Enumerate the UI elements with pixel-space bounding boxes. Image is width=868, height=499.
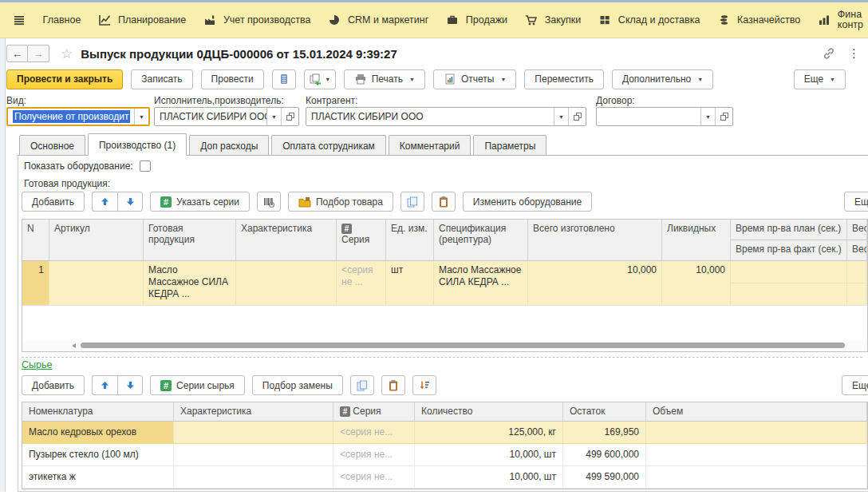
col-header-series[interactable]: # Серия <box>337 220 386 261</box>
save-button[interactable]: Записать <box>131 69 192 89</box>
document-register-button[interactable] <box>272 69 296 89</box>
col-header-qty[interactable]: Количество <box>415 402 563 422</box>
row-cell-characteristic[interactable] <box>174 444 333 466</box>
row-cell-name[interactable]: этикетка ж <box>22 466 174 489</box>
col-header-unit[interactable]: Ед. изм. <box>386 220 434 261</box>
row-cell-characteristic[interactable] <box>174 422 333 444</box>
back-button[interactable]: ← <box>6 45 28 62</box>
paste-rows-button[interactable] <box>432 192 456 212</box>
col-header-n[interactable]: N <box>22 220 49 261</box>
row-cell-time-plan[interactable] <box>731 261 847 283</box>
open-icon[interactable] <box>715 108 732 125</box>
scroll-left-arrow-icon[interactable] <box>72 343 76 348</box>
row-cell-volume[interactable] <box>646 422 867 444</box>
copy-rows-button[interactable] <box>350 375 374 395</box>
change-equipment-button[interactable]: Изменить оборудование <box>463 192 592 212</box>
h-scrollbar-thumb[interactable] <box>81 343 845 348</box>
post-and-close-button[interactable]: Провести и закрыть <box>6 69 123 89</box>
row-cell-product[interactable]: Масло Массажное СИЛА КЕДРА ... <box>144 261 236 306</box>
row-cell-weight[interactable] <box>847 261 867 283</box>
row-cell-n[interactable]: 1 <box>22 261 49 306</box>
menu-item-planning[interactable]: Планирование <box>98 14 186 26</box>
row-cell-volume[interactable] <box>646 444 867 466</box>
menu-item-main[interactable]: Главное <box>43 14 81 26</box>
col-header-time-plan[interactable]: Время пр-ва план (сек.) <box>731 220 847 240</box>
tab-comment[interactable]: Комментарий <box>389 135 471 156</box>
caret-down-icon[interactable]: ▼ <box>554 108 568 125</box>
row-cell-qty[interactable]: 10,000, шт <box>415 466 563 489</box>
caret-down-icon[interactable]: ▼ <box>700 108 715 125</box>
hamburger-menu-icon[interactable] <box>13 14 26 26</box>
row-cell-liquid[interactable]: 10,000 <box>662 261 731 306</box>
row-cell-series[interactable]: <серия не... <box>333 422 415 444</box>
col-header-product[interactable]: Готовая продукция <box>144 220 236 261</box>
row-cell-volume[interactable] <box>646 466 867 489</box>
col-header-characteristic[interactable]: Характеристика <box>174 402 333 422</box>
additional-button[interactable]: Дополнительно▼ <box>612 69 713 89</box>
col-header-rest[interactable]: Остаток <box>563 402 646 422</box>
menu-item-sales[interactable]: Продажи <box>446 14 507 26</box>
col-header-liquid[interactable]: Ликвидных <box>662 220 731 261</box>
row-cell-total[interactable]: 10,000 <box>528 261 662 306</box>
forward-button[interactable]: → <box>28 45 49 62</box>
col-header-name[interactable]: Номенклатура <box>22 402 174 422</box>
post-button[interactable]: Провести <box>201 69 264 89</box>
more-dots-icon[interactable]: ⋮ <box>848 46 860 61</box>
raw-materials-link[interactable]: Сырье <box>22 359 52 370</box>
menu-item-crm[interactable]: CRM и маркетинг <box>328 14 428 26</box>
link-icon[interactable] <box>823 47 835 60</box>
col-header-time-fact[interactable]: Время пр-ва факт (сек.) <box>731 240 847 261</box>
row-cell-rest[interactable]: 499 600,000 <box>563 444 646 466</box>
row-cell-characteristic[interactable] <box>236 261 337 306</box>
menu-item-treasury[interactable]: Казначейство <box>717 14 800 26</box>
finished-goods-more-button[interactable]: Еще <box>844 192 868 212</box>
tab-main[interactable]: Основное <box>19 135 85 156</box>
menu-item-production[interactable]: Учет производства <box>203 14 310 26</box>
move-button[interactable]: Переместить <box>524 69 604 89</box>
favorite-star-icon[interactable]: ☆ <box>61 46 73 62</box>
raw-materials-more-button[interactable]: Еще <box>842 375 868 395</box>
row-cell-series[interactable]: <серия не... <box>333 444 415 466</box>
more-button[interactable]: Еще▼ <box>794 69 846 89</box>
menu-item-finance[interactable]: Фина контр <box>818 10 863 30</box>
caret-down-icon[interactable]: ▼ <box>134 109 148 125</box>
row-cell-weight[interactable] <box>847 283 867 306</box>
specify-series-button[interactable]: #Указать серии <box>150 192 250 212</box>
copy-rows-button[interactable] <box>400 192 424 212</box>
print-button[interactable]: Печать▼ <box>344 69 425 89</box>
open-icon[interactable] <box>281 108 298 125</box>
move-down-button[interactable] <box>117 192 143 212</box>
tab-staff-payment[interactable]: Оплата сотрудникам <box>271 135 386 156</box>
counterparty-field[interactable]: ПЛАСТИК СИБИРИ ООО ▼ <box>306 107 586 126</box>
row-cell-rest[interactable]: 169,950 <box>563 422 646 444</box>
barcode-button[interactable] <box>257 192 281 212</box>
row-cell-characteristic[interactable] <box>174 466 333 489</box>
col-header-weight[interactable]: Вес <box>847 220 867 240</box>
col-header-series[interactable]: # Серия <box>333 402 415 422</box>
add-row-button[interactable]: Добавить <box>22 375 85 395</box>
paste-rows-button[interactable] <box>381 375 405 395</box>
materials-series-button[interactable]: #Серии сырья <box>150 375 245 395</box>
tab-production[interactable]: Производство (1) <box>88 133 187 156</box>
open-icon[interactable] <box>568 108 586 125</box>
move-down-button[interactable] <box>117 375 143 395</box>
col-header-article[interactable]: Артикул <box>49 220 144 261</box>
row-cell-series[interactable]: <серия не ... <box>337 261 386 306</box>
row-cell-qty[interactable]: 125,000, кг <box>415 422 563 444</box>
row-cell-unit[interactable]: шт <box>386 261 434 306</box>
row-cell-spec[interactable]: Масло Массажное СИЛА КЕДРА ... <box>434 261 528 306</box>
caret-down-icon[interactable]: ▼ <box>266 108 281 125</box>
tab-parameters[interactable]: Параметры <box>473 135 546 156</box>
row-cell-series[interactable]: <серия не... <box>333 466 415 489</box>
show-equipment-checkbox[interactable] <box>140 160 151 172</box>
add-row-button[interactable]: Добавить <box>22 192 85 212</box>
col-header-spec[interactable]: Спецификация (рецептура) <box>434 220 528 261</box>
row-cell-name[interactable]: Масло кедровых орехов <box>22 422 174 444</box>
move-up-button[interactable] <box>92 375 117 395</box>
move-up-button[interactable] <box>92 192 117 212</box>
substitute-pick-button[interactable]: Подбор замены <box>252 375 343 395</box>
row-cell-rest[interactable]: 499 590,000 <box>563 466 646 489</box>
col-header-weight[interactable]: Вес <box>847 240 867 261</box>
copy-create-button[interactable]: ▼ <box>304 69 336 89</box>
sort-rows-button[interactable] <box>412 375 436 395</box>
